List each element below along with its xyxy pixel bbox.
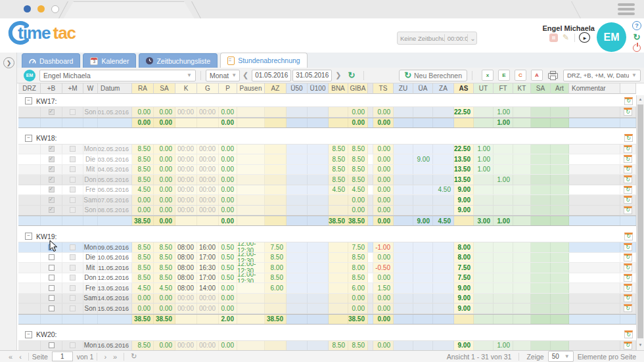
col-header-drz[interactable]: DRZ [18,83,41,94]
table-row[interactable]: Mon02.05.20168.500.0000:0000:000.008.508… [18,145,636,155]
table-row[interactable]: Son15.05.20160.000.0000:0000:000.000.000… [18,304,636,314]
row-action-icon[interactable]: ↻ [624,145,632,153]
table-row[interactable]: Son08.05.20160.000.0000:0000:000.000.000… [18,206,636,216]
col-header-+b[interactable]: +B [41,83,62,94]
row-checkbox[interactable] [49,177,55,183]
table-row[interactable]: Don12.05.20168.508.5008:0017:000.5012:00… [18,273,636,284]
next-period-button[interactable]: ❯ [333,71,344,79]
e-export-icon[interactable]: E [498,70,510,81]
row-checkbox[interactable] [49,197,55,203]
stop-tracking-icon[interactable] [549,34,558,42]
row-checkbox[interactable] [49,166,55,172]
row-checkbox[interactable] [49,156,55,162]
row-checkbox[interactable] [49,305,55,311]
table-row[interactable]: Don05.05.20168.500.0000:0000:000.008.508… [18,175,636,185]
col-header-kt[interactable]: KT [513,83,531,94]
reload-report-icon[interactable]: ↻ [348,70,355,80]
prev-page-button[interactable]: ‹ [16,353,25,361]
page-number-input[interactable]: 1 [52,351,73,361]
row-action-icon[interactable]: ↻ [624,263,632,271]
row-action-icon[interactable]: ↻ [624,342,632,350]
next-page-button[interactable]: › [101,353,110,361]
col-header-sa[interactable]: SA [531,83,551,94]
col-header-datum[interactable]: Datum [98,83,132,94]
tab-zeitbuchungsliste[interactable]: Zeitbuchungsliste [139,53,218,68]
row-checkbox[interactable] [49,146,55,152]
excel-export-icon[interactable]: x [482,70,494,81]
browser-tab-shape[interactable] [63,1,195,19]
col-header-ts[interactable]: TS [373,83,394,94]
section-header[interactable]: −KW19:↻ [18,231,636,242]
prev-period-button[interactable]: ❮ [240,71,251,79]
table-row[interactable]: Mit11.05.20168.508.5008:0016:300.5012:00… [18,263,636,273]
col-header-zu[interactable]: ZU [394,83,413,94]
col-header-giba[interactable]: GIBA [348,83,368,94]
edit-icon[interactable]: ✎ [563,33,569,42]
row-action-icon[interactable]: ↻ [624,304,632,312]
col-header-+m[interactable]: +M [62,83,83,94]
section-collapse-icon[interactable]: − [25,135,32,142]
tab-kalender[interactable]: 3 Kalender [83,53,136,68]
row-checkbox[interactable] [49,207,55,213]
section-action-icon[interactable]: ↻ [624,134,633,142]
row-checkbox[interactable] [49,275,55,281]
row-action-icon[interactable]: ↻ [624,166,632,173]
col-header-bna[interactable]: BNA [329,83,348,94]
table-row[interactable]: Die03.05.20168.500.0000:0000:000.008.508… [18,154,636,165]
tab-dashboard[interactable]: Dashboard [22,53,80,68]
row-action-icon[interactable]: ↻ [624,274,632,282]
section-action-icon[interactable]: ↻ [624,233,633,240]
refresh-icon[interactable]: ↻ [633,33,641,41]
col-header-kommentar[interactable]: Kommentar [569,83,620,94]
section-action-icon[interactable]: ↻ [624,97,633,105]
section-collapse-icon[interactable]: − [25,331,32,338]
table-row[interactable]: Son01.05.20160.000.0000:0000:000.000.000… [18,107,636,118]
reload-page-icon[interactable]: ↻ [127,352,140,361]
period-select[interactable]: Monat▼ [206,70,240,81]
vertical-scrollbar[interactable]: ▲ ▼ [636,95,644,350]
page-size-select[interactable]: 50▼ [548,351,574,362]
tab-stundenabrechnung[interactable]: Stundenabrechnung [220,53,308,68]
chevron-down-icon[interactable]: ⌄ [467,35,476,42]
section-header[interactable]: −KW18:↻ [18,133,636,145]
csv-export-icon[interactable]: C [515,70,526,81]
column-config-select[interactable]: DRZ, +B, +M, W, Datum, RA, ▼ [563,70,641,81]
print-icon[interactable] [548,71,558,79]
user-select[interactable]: Engel Michaela▼ [39,70,196,81]
window-minimize-button[interactable] [37,5,45,12]
window-close-button[interactable] [24,5,31,12]
section-action-icon[interactable]: ↻ [624,330,633,338]
scrollbar-thumb[interactable] [637,104,643,338]
scroll-up-arrow[interactable]: ▲ [637,95,644,103]
row-action-icon[interactable]: ↻ [624,243,632,251]
row-checkbox[interactable] [49,295,55,301]
summary-row[interactable]: 38.5038.502.0038.5038.500.00 [18,314,636,325]
col-header-k[interactable]: K [175,83,197,94]
col-header-ra[interactable]: RA [132,83,154,94]
date-to-input[interactable]: 31.05.2016 [292,70,332,81]
table-row[interactable]: Die10.05.20168.508.5008:0017:000.5012:00… [18,253,636,263]
table-row[interactable]: Mon16.05.20168.500.0000:0000:000.008.508… [18,341,636,351]
row-action-icon[interactable]: ↻ [624,294,632,302]
row-checkbox[interactable] [49,254,55,260]
section-collapse-icon[interactable]: − [25,233,32,240]
row-action-icon[interactable]: ↻ [624,196,632,204]
col-header-za[interactable]: ZA [433,83,454,94]
col-header-100[interactable]: Ü100 [308,83,329,94]
section-header[interactable]: −KW20:↻ [18,329,636,341]
col-header-g[interactable]: G [197,83,219,94]
row-checkbox[interactable] [49,244,55,250]
col-header-p[interactable]: P [219,83,237,94]
date-from-input[interactable]: 01.05.2016 [252,70,291,81]
row-action-icon[interactable]: ↻ [624,206,632,214]
table-row[interactable]: Fre06.05.20164.500.0000:0000:000.004.504… [18,185,636,196]
window-maximize-button[interactable] [51,5,59,13]
first-page-button[interactable]: « [5,353,16,361]
power-icon[interactable] [633,44,641,52]
recalculate-button[interactable]: ↻ Neu Berechnen [399,70,467,81]
play-button[interactable]: ▶ [579,32,590,43]
col-header-az[interactable]: AZ [265,83,287,94]
hamburger-icon[interactable] [618,3,635,17]
table-row[interactable]: Fre13.05.20164.504.5008:0014:000.006.006… [18,283,636,294]
row-action-icon[interactable]: ↻ [624,108,632,116]
